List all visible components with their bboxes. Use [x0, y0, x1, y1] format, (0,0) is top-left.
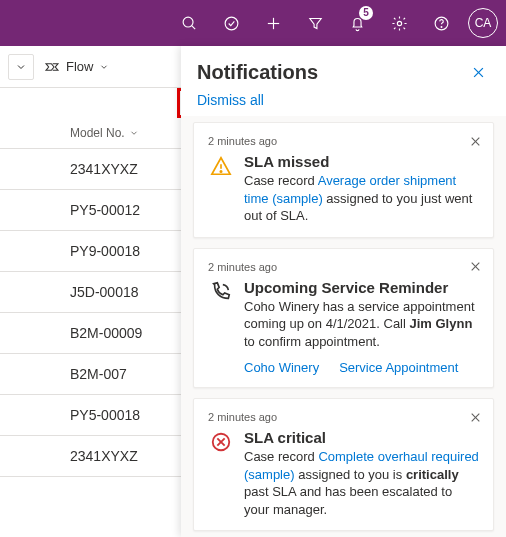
card-dismiss-button[interactable]	[465, 407, 485, 427]
card-body-text: Coho Winery has a service appointment co…	[244, 298, 479, 351]
back-chevron-button[interactable]	[8, 54, 34, 80]
notification-card-service-reminder: 2 minutes ago Upcoming Service Reminder …	[193, 248, 494, 389]
close-icon	[469, 411, 482, 424]
chevron-down-icon	[129, 128, 139, 138]
panel-close-button[interactable]	[466, 60, 490, 84]
notifications-icon[interactable]: 5	[336, 0, 378, 46]
svg-point-13	[220, 171, 221, 172]
close-icon	[471, 65, 486, 80]
warning-icon	[208, 153, 234, 225]
notification-card-sla-critical: 2 minutes ago SLA critical Case record C…	[193, 398, 494, 531]
panel-body: 2 minutes ago SLA missed Case record Ave…	[181, 116, 506, 537]
grid-header-label: Model No.	[70, 126, 125, 140]
phone-icon	[208, 279, 234, 376]
svg-point-5	[397, 21, 401, 25]
svg-line-1	[191, 25, 195, 29]
flow-label: Flow	[66, 59, 93, 74]
avatar-initials: CA	[475, 16, 492, 30]
svg-point-0	[183, 17, 193, 27]
card-title: SLA critical	[244, 429, 479, 446]
add-icon[interactable]	[252, 0, 294, 46]
svg-point-7	[441, 26, 442, 27]
avatar[interactable]: CA	[468, 8, 498, 38]
app-topbar: 5 CA	[0, 0, 506, 46]
person-name: Jim Glynn	[410, 316, 473, 331]
card-body-text: Case record Complete overhaul required (…	[244, 448, 479, 518]
flow-menu[interactable]: Flow	[38, 55, 115, 79]
card-timestamp: 2 minutes ago	[208, 135, 479, 147]
notifications-panel: Notifications Dismiss all 2 minutes ago …	[181, 46, 506, 537]
notification-badge: 5	[359, 6, 373, 20]
settings-icon[interactable]	[378, 0, 420, 46]
close-icon	[469, 135, 482, 148]
coho-winery-link[interactable]: Coho Winery	[244, 360, 319, 375]
card-body-text: Case record Average order shipment time …	[244, 172, 479, 225]
card-dismiss-button[interactable]	[465, 257, 485, 277]
filter-icon[interactable]	[294, 0, 336, 46]
svg-point-2	[225, 17, 238, 30]
card-title: SLA missed	[244, 153, 479, 170]
card-title: Upcoming Service Reminder	[244, 279, 479, 296]
card-dismiss-button[interactable]	[465, 131, 485, 151]
dismiss-all-link[interactable]: Dismiss all	[181, 88, 506, 116]
error-icon	[208, 429, 234, 518]
service-appointment-link[interactable]: Service Appointment	[339, 360, 458, 375]
card-timestamp: 2 minutes ago	[208, 411, 479, 423]
panel-title: Notifications	[197, 61, 318, 84]
help-icon[interactable]	[420, 0, 462, 46]
notification-card-sla-missed: 2 minutes ago SLA missed Case record Ave…	[193, 122, 494, 238]
search-icon[interactable]	[168, 0, 210, 46]
close-icon	[469, 260, 482, 273]
card-timestamp: 2 minutes ago	[208, 261, 479, 273]
task-icon[interactable]	[210, 0, 252, 46]
